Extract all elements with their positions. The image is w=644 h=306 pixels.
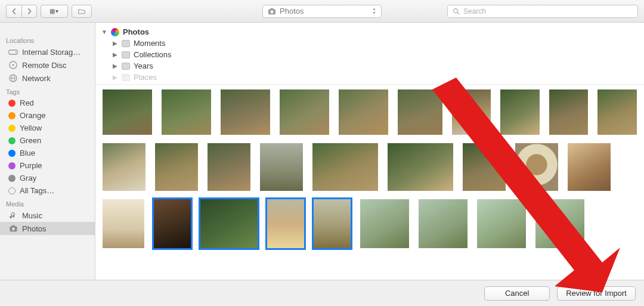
open-folder-button[interactable] [72,5,92,18]
photo-thumbnail[interactable] [208,143,250,191]
photo-grid[interactable] [95,85,644,280]
photos-app-icon [111,28,119,36]
disclosure-right-icon[interactable]: ▶ [112,51,118,58]
tag-dot-icon [8,162,16,169]
sidebar-item-label: All Tags… [20,186,54,195]
toolbar: ▦▾ Photos ▲▼ [0,0,644,23]
tree-item-collections[interactable]: ▶ Collections [101,49,644,60]
search-field[interactable] [447,5,638,18]
sidebar-header-media: Media [0,197,95,209]
content-area: ▼ Photos ▶ Moments ▶ Collections ▶ Years [95,23,644,280]
disclosure-right-icon[interactable]: ▶ [112,40,118,47]
nav-back-forward [6,5,37,18]
tree-label: Photos [123,27,149,36]
svg-rect-1 [270,8,273,10]
sidebar-tag-yellow[interactable]: Yellow [0,122,95,134]
sidebar-tag-green[interactable]: Green [0,134,95,147]
sidebar-item-label: Red [20,98,34,107]
photo-thumbnail[interactable] [398,89,442,135]
sidebar-item-label: Photos [22,224,46,233]
tree-item-moments[interactable]: ▶ Moments [101,38,644,49]
svg-point-6 [16,52,17,53]
sidebar-item-cutoff: ▬▬▬▬ [17,26,90,31]
svg-rect-13 [11,225,14,227]
photo-thumbnail[interactable] [267,199,304,248]
svg-line-4 [457,13,459,14]
svg-point-2 [270,10,273,13]
folder-icon [122,51,130,58]
photo-thumbnail[interactable] [314,199,351,248]
location-popup[interactable]: Photos ▲▼ [262,5,382,18]
photo-thumbnail[interactable] [280,89,329,135]
photo-thumbnail[interactable] [221,89,270,135]
tree-item-photos-root[interactable]: ▼ Photos [101,26,644,38]
photo-thumbnail[interactable] [388,143,453,191]
photo-thumbnail[interactable] [477,199,526,248]
photo-thumbnail[interactable] [452,89,491,135]
tree-label: Collections [134,50,172,59]
camera-icon [8,224,18,233]
sidebar-item-internal-storage[interactable]: Internal Storag… [0,45,95,58]
photo-thumbnail[interactable] [103,143,145,191]
tag-dot-icon [8,137,16,144]
sidebar-item-network[interactable]: Network [0,72,95,85]
tree-label: Places [134,73,157,82]
cancel-button[interactable]: Cancel [484,286,550,301]
svg-point-3 [454,8,458,13]
tree-item-places[interactable]: ▶ Places [101,72,644,83]
chevron-right-icon [26,8,33,15]
sidebar-tag-red[interactable]: Red [0,97,95,109]
photo-thumbnail[interactable] [535,199,584,248]
search-input[interactable] [463,7,633,16]
photo-thumbnail[interactable] [312,143,378,191]
tree-item-years[interactable]: ▶ Years [101,60,644,72]
photo-thumbnail[interactable] [339,89,388,135]
photo-thumbnail[interactable] [500,89,540,135]
photo-thumbnail[interactable] [597,89,637,135]
tag-outline-icon [8,187,16,194]
sidebar-item-label: Yellow [20,123,42,132]
tree-label: Moments [134,39,165,48]
photo-thumbnail[interactable] [419,199,467,248]
sidebar-item-remote-disc[interactable]: Remote Disc [0,58,95,72]
tag-dot-icon [8,112,16,119]
tag-dot-icon [8,125,16,132]
photo-thumbnail[interactable] [260,143,303,191]
photo-thumbnail[interactable] [515,143,558,191]
tag-dot-icon [8,100,16,107]
photo-thumbnail[interactable] [463,143,506,191]
sidebar-tag-orange[interactable]: Orange [0,109,95,122]
drive-icon [8,47,18,57]
photo-thumbnail[interactable] [568,143,611,191]
sidebar-item-music[interactable]: Music [0,209,95,222]
view-mode-button[interactable]: ▦▾ [41,5,68,18]
photo-thumbnail[interactable] [549,89,589,135]
back-button[interactable] [6,5,21,18]
photo-thumbnail[interactable] [103,89,152,135]
folder-icon [122,40,130,47]
chevron-left-icon [11,8,18,15]
sidebar-item-label: Network [22,74,51,83]
photo-thumbnail[interactable] [162,89,211,135]
sidebar-tag-purple[interactable]: Purple [0,159,95,172]
sidebar-item-photos[interactable]: Photos [0,222,95,235]
disclosure-down-icon[interactable]: ▼ [101,29,107,35]
sidebar-tag-blue[interactable]: Blue [0,147,95,159]
folder-icon [78,8,85,15]
disclosure-right-icon[interactable]: ▶ [112,74,118,81]
sidebar-tag-all[interactable]: All Tags… [0,184,95,197]
globe-icon [8,73,18,83]
review-for-import-button[interactable]: Review for Import [557,286,636,301]
forward-button[interactable] [21,5,37,18]
sidebar: ▬▬▬▬ Locations Internal Storag… Remote D… [0,23,95,280]
photo-thumbnail[interactable] [103,199,144,248]
dialog-footer: Cancel Review for Import [0,280,644,306]
photo-thumbnail[interactable] [155,143,198,191]
svg-point-14 [11,227,14,230]
photo-thumbnail[interactable] [154,199,191,248]
sidebar-tag-gray[interactable]: Gray [0,172,95,184]
photo-thumbnail[interactable] [200,199,258,248]
disclosure-right-icon[interactable]: ▶ [112,63,118,69]
source-tree: ▼ Photos ▶ Moments ▶ Collections ▶ Years [95,23,644,85]
photo-thumbnail[interactable] [360,199,409,248]
